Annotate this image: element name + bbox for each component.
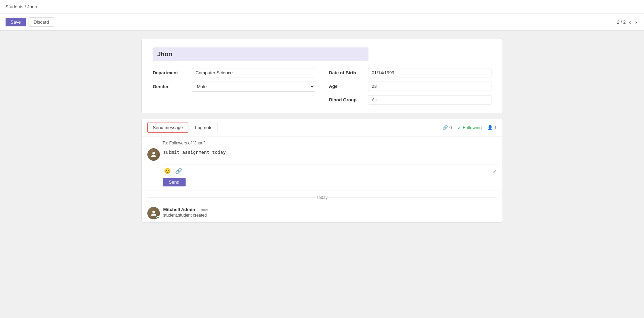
blood-group-input[interactable] — [368, 95, 491, 104]
form-card: Department Gender Male Female Other Date… — [141, 39, 503, 113]
timeline-entry-content: Mitchell Admin - now student.student cre… — [163, 207, 497, 219]
prev-page-button[interactable] — [628, 18, 632, 26]
gender-row: Gender Male Female Other — [153, 82, 315, 92]
svg-point-1 — [152, 211, 155, 213]
action-bar: Save Discard 2 / 2 — [0, 14, 644, 31]
attachment-number: 0 — [449, 125, 452, 130]
timeline-author: Mitchell Admin — [163, 207, 195, 212]
paperclip-icon: 🔗 — [442, 125, 448, 130]
followers-badge[interactable]: 👤 1 — [487, 125, 497, 130]
main-content: Department Gender Male Female Other Date… — [0, 31, 644, 318]
breadcrumb-bar: Students / Jhon — [0, 0, 644, 14]
blood-group-label: Blood Group — [329, 97, 364, 102]
blood-group-row: Blood Group — [329, 95, 491, 104]
compose-to: To: Followers of "Jhon" — [163, 141, 497, 145]
timeline-dash: - — [197, 207, 198, 212]
check-icon: ✓ — [457, 125, 461, 130]
dob-input[interactable] — [368, 68, 491, 77]
chatter-tabs-row: Send message Log note 🔗 0 ✓ Following 👤 … — [142, 119, 503, 136]
action-buttons: Save Discard — [6, 17, 54, 27]
next-page-button[interactable] — [634, 18, 638, 26]
gender-select[interactable]: Male Female Other — [192, 82, 315, 92]
discard-button[interactable]: Discard — [28, 17, 54, 27]
department-label: Department — [153, 70, 188, 75]
send-button[interactable]: Send — [163, 178, 186, 186]
left-fields: Department Gender Male Female Other — [153, 68, 315, 104]
attachment-icon[interactable]: 🔗 — [174, 167, 183, 175]
chatter-card: Send message Log note 🔗 0 ✓ Following 👤 … — [141, 119, 503, 223]
compose-content: submit assignment today 😊 🔗 ⤢ — [163, 148, 497, 175]
age-input[interactable] — [368, 82, 491, 91]
timeline-item: Mitchell Admin - now student.student cre… — [142, 204, 503, 222]
department-row: Department — [153, 68, 315, 77]
chatter-meta: 🔗 0 ✓ Following 👤 1 — [442, 125, 497, 130]
gender-label: Gender — [153, 84, 188, 89]
toolbar-left-icons: 😊 🔗 — [163, 167, 183, 175]
breadcrumb-separator: / — [23, 4, 27, 9]
log-note-tab[interactable]: Log note — [190, 123, 218, 132]
timeline-today-separator: Today — [142, 191, 503, 204]
student-name-input[interactable] — [153, 48, 368, 61]
timeline-header: Mitchell Admin - now — [163, 207, 497, 212]
breadcrumb-current: Jhon — [27, 4, 37, 9]
compose-toolbar: 😊 🔗 ⤢ — [163, 165, 497, 175]
dob-label: Date of Birth — [329, 70, 364, 75]
followers-count: 1 — [494, 125, 497, 130]
age-label: Age — [329, 84, 364, 89]
age-row: Age — [329, 82, 491, 91]
compose-area: To: Followers of "Jhon" submit assignmen… — [142, 136, 503, 191]
timeline-time: now — [201, 208, 208, 212]
pagination-text: 2 / 2 — [617, 19, 626, 25]
svg-point-0 — [152, 152, 155, 154]
person-icon: 👤 — [487, 125, 493, 130]
breadcrumb-parent-link[interactable]: Students — [6, 4, 23, 9]
today-label: Today — [316, 195, 327, 200]
composer-avatar — [147, 148, 160, 161]
emoji-icon[interactable]: 😊 — [163, 167, 172, 175]
timeline-text: student.student created — [163, 213, 497, 218]
attachment-count[interactable]: 🔗 0 — [442, 125, 452, 130]
compose-row: submit assignment today 😊 🔗 ⤢ — [147, 148, 497, 175]
right-fields: Date of Birth Age Blood Group — [329, 68, 491, 104]
to-value: Followers of "Jhon" — [169, 141, 205, 145]
fields-grid: Department Gender Male Female Other Date… — [153, 68, 491, 104]
to-label: To: — [163, 141, 168, 145]
save-button[interactable]: Save — [6, 18, 26, 26]
online-indicator — [156, 216, 160, 219]
department-input[interactable] — [192, 68, 315, 77]
timeline-avatar — [147, 207, 160, 219]
breadcrumb: Students / Jhon — [6, 4, 37, 9]
following-label: Following — [463, 125, 482, 130]
expand-icon[interactable]: ⤢ — [493, 168, 497, 174]
send-message-tab[interactable]: Send message — [147, 123, 189, 133]
pagination-area: 2 / 2 — [617, 18, 638, 26]
page-navigation — [628, 18, 638, 26]
following-button[interactable]: ✓ Following — [457, 125, 482, 130]
compose-textarea[interactable]: submit assignment today — [163, 148, 497, 161]
chatter-tab-buttons: Send message Log note — [147, 123, 218, 133]
dob-row: Date of Birth — [329, 68, 491, 77]
